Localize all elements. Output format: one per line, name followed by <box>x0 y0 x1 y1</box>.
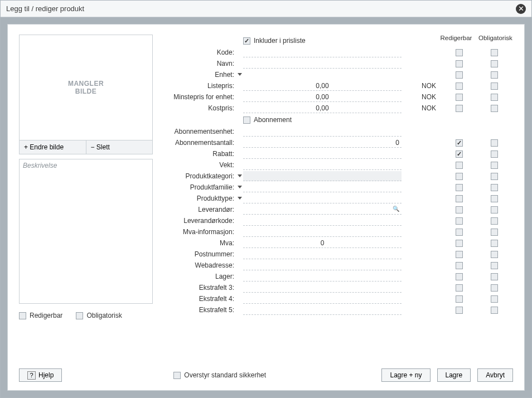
mandatory-checkbox-mva[interactable] <box>491 240 498 247</box>
editable-checkbox-kode[interactable] <box>456 49 463 56</box>
input-rabatt[interactable] <box>243 149 402 159</box>
input-leverandor[interactable]: 🔍 <box>243 205 402 215</box>
editable-checkbox-ekstra4[interactable] <box>456 295 463 303</box>
editable-checkbox-kostpris[interactable] <box>456 105 463 112</box>
input-familie[interactable] <box>243 182 402 192</box>
override-security-label: Overstyr standard sikkerhet <box>184 371 266 379</box>
input-webadresse[interactable] <box>243 260 402 270</box>
include-pricelist-checkbox[interactable] <box>243 37 250 45</box>
input-postnummer[interactable] <box>243 249 402 259</box>
input-ekstra3[interactable] <box>243 283 402 293</box>
subscription-checkbox[interactable] <box>243 117 250 124</box>
left-editable-checkbox[interactable] <box>19 312 26 319</box>
editable-checkbox-vekt[interactable] <box>456 162 463 169</box>
field-row-kostpris: Kostpris:0,00NOK <box>164 103 513 114</box>
input-listepris[interactable]: 0,00 <box>243 81 402 91</box>
editable-checkbox-abon_antall[interactable] <box>456 139 463 147</box>
delete-image-button[interactable]: − Slett <box>86 140 153 154</box>
chevron-down-icon[interactable] <box>238 73 242 76</box>
field-row-webadresse: Webadresse: <box>164 260 513 271</box>
input-mva[interactable]: 0 <box>243 238 402 248</box>
label-navn: Navn: <box>164 60 236 67</box>
close-icon[interactable]: ✕ <box>516 4 526 14</box>
field-row-leverandor: Leverandør:🔍 <box>164 204 513 215</box>
field-row-kategori: Produktkategori: <box>164 171 513 182</box>
help-button[interactable]: ? Hjelp <box>19 368 62 382</box>
cancel-button[interactable]: Avbryt <box>477 368 513 382</box>
editable-checkbox-ekstra5[interactable] <box>456 307 463 314</box>
field-row-ekstra3: Ekstrafelt 3: <box>164 282 513 293</box>
editable-checkbox-ekstra3[interactable] <box>456 284 463 292</box>
change-image-button[interactable]: + Endre bilde <box>20 140 86 154</box>
editable-checkbox-lager[interactable] <box>456 273 463 280</box>
editable-checkbox-listepris[interactable] <box>456 82 463 90</box>
input-abon_enhet[interactable] <box>243 127 402 137</box>
mandatory-checkbox-mva_info[interactable] <box>491 229 498 236</box>
left-mandatory-checkbox[interactable] <box>76 312 83 319</box>
label-mva_info: Mva-informasjon: <box>164 228 236 236</box>
editable-checkbox-mva[interactable] <box>456 240 463 247</box>
editable-checkbox-minstepris[interactable] <box>456 94 463 101</box>
mandatory-checkbox-postnummer[interactable] <box>491 251 498 258</box>
description-textarea[interactable]: Beskrivelse <box>19 159 153 304</box>
editable-checkbox-kategori[interactable] <box>456 173 463 180</box>
mandatory-checkbox-navn[interactable] <box>491 60 498 67</box>
mandatory-checkbox-familie[interactable] <box>491 184 498 191</box>
input-ekstra5[interactable] <box>243 305 402 315</box>
mandatory-checkbox-ekstra5[interactable] <box>491 307 498 314</box>
field-row-ptype: Produkttype: <box>164 193 513 204</box>
mandatory-checkbox-enhet[interactable] <box>491 71 498 79</box>
chevron-down-icon[interactable] <box>238 186 242 188</box>
input-kategori[interactable] <box>243 171 402 181</box>
editable-checkbox-webadresse[interactable] <box>456 262 463 269</box>
mandatory-checkbox-lager[interactable] <box>491 273 498 280</box>
mandatory-checkbox-vekt[interactable] <box>491 162 498 169</box>
editable-checkbox-enhet[interactable] <box>456 71 463 79</box>
mandatory-checkbox-abon_antall[interactable] <box>491 139 498 147</box>
search-icon[interactable]: 🔍 <box>393 206 399 212</box>
mandatory-checkbox-listepris[interactable] <box>491 82 498 90</box>
input-leverandorkode[interactable] <box>243 216 402 226</box>
mandatory-checkbox-rabatt[interactable] <box>491 151 498 158</box>
editable-checkbox-leverandor[interactable] <box>456 206 463 213</box>
mandatory-checkbox-minstepris[interactable] <box>491 94 498 101</box>
editable-checkbox-ptype[interactable] <box>456 195 463 202</box>
input-ekstra4[interactable] <box>243 294 402 304</box>
dialog-title: Legg til / rediger produkt <box>6 4 516 13</box>
mandatory-checkbox-leverandor[interactable] <box>491 206 498 213</box>
label-kostpris: Kostpris: <box>164 104 236 112</box>
editable-checkbox-mva_info[interactable] <box>456 229 463 236</box>
editable-checkbox-familie[interactable] <box>456 184 463 191</box>
label-leverandor: Leverandør: <box>164 206 236 213</box>
mandatory-checkbox-kode[interactable] <box>491 49 498 56</box>
override-security-checkbox[interactable] <box>173 372 181 379</box>
editable-checkbox-navn[interactable] <box>456 60 463 67</box>
chevron-down-icon[interactable] <box>238 174 242 177</box>
mandatory-checkbox-ptype[interactable] <box>491 195 498 202</box>
input-mva_info[interactable] <box>243 227 402 237</box>
input-navn[interactable] <box>243 59 402 69</box>
chevron-down-icon[interactable] <box>238 197 242 200</box>
label-ekstra4: Ekstrafelt 4: <box>164 295 236 303</box>
input-kode[interactable] <box>243 47 402 57</box>
save-button[interactable]: Lagre <box>437 368 471 382</box>
editable-checkbox-rabatt[interactable] <box>456 151 463 158</box>
input-minstepris[interactable]: 0,00 <box>243 92 402 102</box>
mandatory-checkbox-kostpris[interactable] <box>491 105 498 112</box>
editable-checkbox-leverandorkode[interactable] <box>456 217 463 225</box>
input-ptype[interactable] <box>243 193 402 203</box>
input-lager[interactable] <box>243 271 402 281</box>
input-kostpris[interactable]: 0,00 <box>243 103 402 113</box>
input-abon_antall[interactable]: 0 <box>243 138 402 148</box>
mandatory-checkbox-webadresse[interactable] <box>491 262 498 269</box>
input-vekt[interactable] <box>243 160 402 170</box>
editable-checkbox-postnummer[interactable] <box>456 251 463 258</box>
field-row-mva_info: Mva-informasjon: <box>164 226 513 237</box>
save-new-button[interactable]: Lagre + ny <box>381 368 430 382</box>
mandatory-checkbox-kategori[interactable] <box>491 173 498 180</box>
product-image-placeholder: MANGLER BILDE <box>19 35 153 140</box>
col-editable: Redigerbar <box>439 35 473 45</box>
mandatory-checkbox-ekstra4[interactable] <box>491 295 498 303</box>
mandatory-checkbox-leverandorkode[interactable] <box>491 217 498 225</box>
mandatory-checkbox-ekstra3[interactable] <box>491 284 498 292</box>
